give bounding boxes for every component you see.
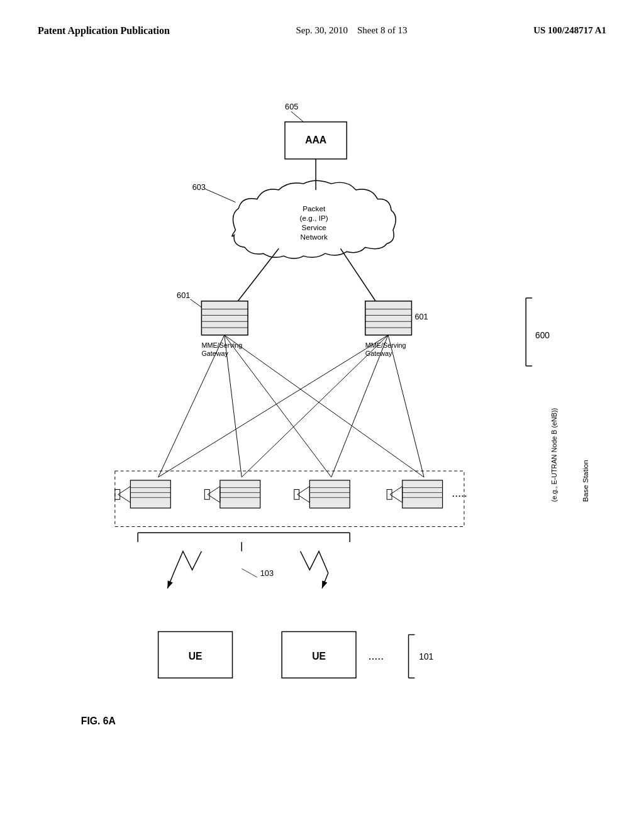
cloud-text-line3: Service bbox=[302, 223, 327, 231]
cloud-to-mme-right bbox=[340, 248, 377, 304]
publication-title: Patent Application Publication bbox=[38, 25, 170, 36]
ue-dots: ..... bbox=[369, 650, 384, 662]
zigzag-arrow-1 bbox=[167, 551, 201, 589]
mme-right-to-enb3 bbox=[331, 335, 388, 477]
aaa-label: 605 bbox=[285, 102, 298, 111]
ref-103: 103 bbox=[260, 568, 274, 578]
enb2-box bbox=[220, 480, 260, 508]
mme-left-to-enb4 bbox=[225, 335, 424, 477]
page-header: Patent Application Publication Sep. 30, … bbox=[0, 25, 644, 36]
mme-left-text2: Gateway bbox=[201, 350, 228, 357]
publication-date: Sep. 30, 2010 bbox=[296, 25, 348, 35]
diagram-container: 605 AAA 603 Packet (e.g., IP) Service Ne… bbox=[0, 82, 644, 792]
cloud-text-line2: (e.g., IP) bbox=[300, 214, 328, 222]
enb3-antenna-box bbox=[294, 490, 299, 500]
figure-label: FIG. 6A bbox=[81, 716, 116, 726]
enb1-box bbox=[130, 480, 170, 508]
cloud-text-line4: Network bbox=[301, 233, 328, 241]
enb2-antenna-box bbox=[204, 490, 209, 500]
enb1-antenna-box bbox=[115, 490, 120, 500]
mme-left-label: 601 bbox=[177, 290, 190, 300]
mme-left-text1: MME/Serving bbox=[201, 341, 242, 349]
base-station-label1: Base Station bbox=[581, 460, 589, 502]
sheet-info: Sheet 8 of 13 bbox=[357, 25, 408, 35]
publication-date-sheet: Sep. 30, 2010 Sheet 8 of 13 bbox=[296, 25, 407, 36]
enb4-box bbox=[402, 480, 443, 508]
mme-right-box bbox=[365, 301, 412, 335]
enb3-box bbox=[309, 480, 350, 508]
ue1-text: UE bbox=[189, 651, 203, 661]
cloud-to-mme-left bbox=[235, 248, 279, 304]
enb4-antenna-box bbox=[387, 490, 392, 500]
ue-label-101: 101 bbox=[419, 652, 433, 661]
cloud-text-line1: Packet bbox=[303, 204, 326, 213]
mme-left-to-enb1 bbox=[158, 335, 225, 477]
mme-left-to-enb2 bbox=[225, 335, 242, 477]
cloud-label-line bbox=[204, 189, 235, 202]
aaa-label-line bbox=[291, 111, 304, 122]
mme-left-box bbox=[201, 301, 248, 335]
ref-103-line bbox=[242, 568, 257, 577]
base-station-label2: (e.g., E-UTRAN Node B (eNB)) bbox=[550, 408, 558, 502]
enb-dots: ..... bbox=[452, 487, 467, 499]
mme-right-label: 601 bbox=[414, 312, 428, 321]
cloud-label: 603 bbox=[192, 182, 206, 192]
publication-number: US 100/248717 A1 bbox=[533, 25, 606, 36]
main-diagram: 605 AAA 603 Packet (e.g., IP) Service Ne… bbox=[0, 82, 644, 792]
ue2-text: UE bbox=[312, 651, 326, 661]
mme-right-text1: MME/Serving bbox=[365, 341, 406, 349]
bracket-label-600: 600 bbox=[535, 331, 550, 340]
zigzag-arrow-2 bbox=[301, 551, 328, 589]
mme-right-to-enb1 bbox=[158, 335, 389, 477]
aaa-text: AAA bbox=[305, 135, 326, 145]
mme-left-label-line bbox=[191, 299, 202, 307]
